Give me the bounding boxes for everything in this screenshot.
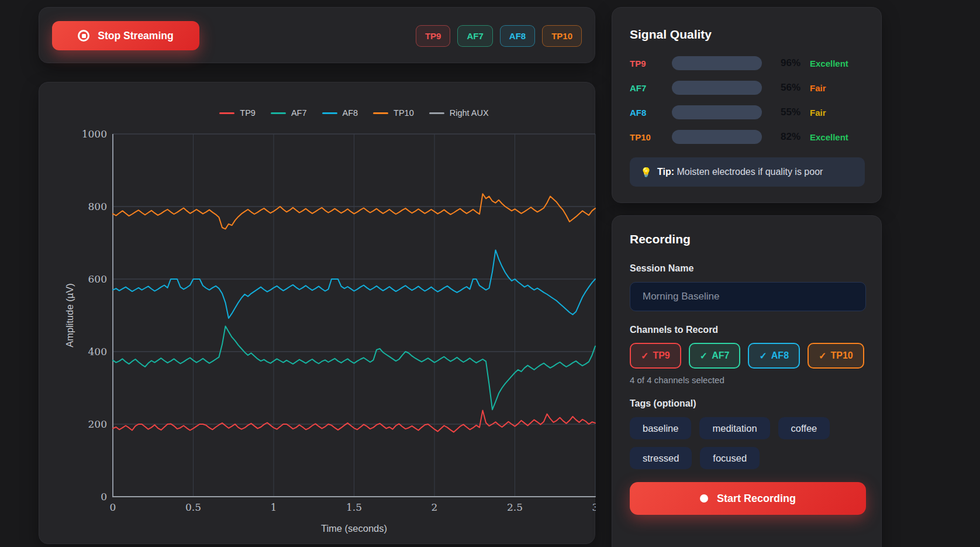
signal-quality-panel: Signal Quality TP996%ExcellentAF756%Fair…: [612, 7, 882, 203]
svg-text:800: 800: [88, 201, 107, 212]
channel-chip-tp9[interactable]: TP9: [416, 25, 451, 47]
quality-percent: 96%: [767, 57, 800, 69]
channel-chip-tp10[interactable]: TP10: [542, 25, 582, 47]
svg-text:Amplitude (µV): Amplitude (µV): [64, 283, 75, 347]
svg-text:600: 600: [88, 273, 107, 285]
tag-pill-stressed[interactable]: stressed: [630, 447, 692, 469]
quality-status: Excellent: [810, 59, 848, 68]
recording-panel: Recording Session Name Channels to Recor…: [612, 215, 882, 547]
quality-status: Fair: [810, 108, 826, 118]
stop-icon: [78, 30, 89, 42]
channel-toggle-tp9[interactable]: ✓TP9: [630, 343, 681, 369]
svg-text:2.5: 2.5: [507, 501, 523, 513]
record-icon: [700, 494, 708, 503]
channel-toggle-label: TP9: [653, 350, 670, 361]
channel-chip-af8[interactable]: AF8: [500, 25, 535, 47]
channel-toggle-list: ✓TP9✓AF7✓AF8✓TP10: [630, 343, 864, 369]
quality-percent: 55%: [767, 106, 800, 118]
quality-bar: [672, 56, 762, 70]
quality-bar: [672, 81, 762, 95]
signal-quality-row-tp9: TP996%Excellent: [630, 56, 865, 70]
channel-label: AF7: [630, 83, 667, 93]
start-recording-label: Start Recording: [717, 493, 796, 505]
signal-quality-rows: TP996%ExcellentAF756%FairAF855%FairTP108…: [630, 56, 865, 154]
recording-title: Recording: [630, 232, 691, 246]
channel-toggle-af7[interactable]: ✓AF7: [689, 343, 741, 369]
quality-bar: [672, 105, 762, 119]
tag-pill-focused[interactable]: focused: [700, 447, 760, 469]
channel-toggle-label: AF8: [771, 350, 789, 361]
channel-toggle-label: AF7: [712, 350, 729, 361]
eeg-line-chart: 0200400600800100000.511.522.53Time (seco…: [39, 82, 596, 545]
quality-status: Excellent: [810, 132, 848, 142]
tip-banner: 💡 Tip: Moisten electrodes if quality is …: [630, 157, 865, 187]
start-recording-button[interactable]: Start Recording: [630, 482, 866, 515]
svg-text:0: 0: [110, 501, 116, 513]
svg-text:0: 0: [101, 491, 107, 503]
signal-quality-row-af7: AF756%Fair: [630, 81, 865, 95]
svg-text:1.5: 1.5: [346, 501, 362, 513]
tag-pill-baseline[interactable]: baseline: [630, 417, 691, 439]
channel-toggle-label: TP10: [830, 350, 853, 361]
tag-pill-coffee[interactable]: coffee: [778, 417, 830, 439]
stream-toolbar: Stop Streaming TP9AF7AF8TP10: [39, 7, 595, 63]
channel-chip-list: TP9AF7AF8TP10: [416, 25, 582, 47]
quality-percent: 56%: [767, 82, 800, 94]
svg-text:200: 200: [88, 418, 107, 430]
check-icon: ✓: [819, 350, 826, 362]
channels-to-record-label: Channels to Record: [630, 325, 718, 335]
quality-status: Fair: [810, 83, 826, 93]
channel-toggle-af8[interactable]: ✓AF8: [748, 343, 800, 369]
session-name-label: Session Name: [630, 263, 693, 274]
quality-percent: 82%: [767, 131, 800, 143]
check-icon: ✓: [759, 350, 767, 362]
channels-selected-note: 4 of 4 channels selected: [630, 375, 724, 385]
tag-pill-meditation[interactable]: meditation: [699, 417, 769, 439]
lightbulb-icon: 💡: [640, 167, 652, 178]
check-icon: ✓: [641, 350, 648, 362]
channel-label: AF8: [630, 108, 667, 118]
check-icon: ✓: [700, 350, 708, 362]
channel-chip-af7[interactable]: AF7: [457, 25, 492, 47]
channel-toggle-tp10[interactable]: ✓TP10: [808, 343, 864, 369]
signal-quality-title: Signal Quality: [630, 27, 712, 42]
svg-text:400: 400: [88, 346, 107, 357]
signal-quality-row-af8: AF855%Fair: [630, 105, 865, 119]
svg-text:Time (seconds): Time (seconds): [321, 523, 387, 534]
svg-text:1: 1: [271, 501, 277, 513]
svg-text:1000: 1000: [82, 128, 107, 140]
eeg-chart-card: TP9AF7AF8TP10Right AUX 02004006008001000…: [39, 82, 595, 544]
tip-text: Tip: Moisten electrodes if quality is po…: [657, 167, 823, 177]
channel-label: TP10: [630, 132, 667, 142]
session-name-input[interactable]: [630, 282, 866, 311]
tags-label: Tags (optional): [630, 398, 696, 409]
stop-streaming-label: Stop Streaming: [98, 30, 173, 42]
svg-text:2: 2: [432, 501, 438, 513]
tag-list: baselinemeditationcoffeestressedfocused: [630, 417, 875, 469]
svg-text:0.5: 0.5: [185, 501, 201, 513]
channel-label: TP9: [630, 59, 667, 68]
svg-text:3: 3: [592, 501, 596, 513]
stop-streaming-button[interactable]: Stop Streaming: [52, 21, 199, 50]
quality-bar: [672, 130, 762, 144]
signal-quality-row-tp10: TP1082%Excellent: [630, 130, 865, 144]
